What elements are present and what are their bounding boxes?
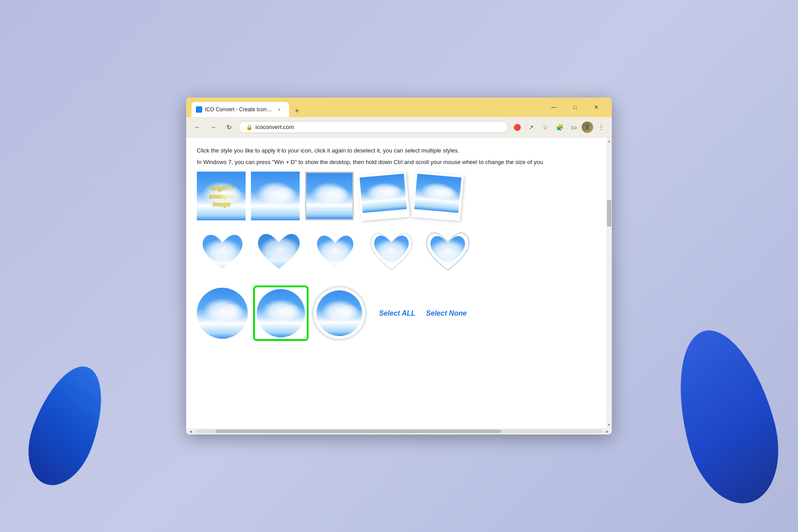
bookmark-button[interactable]: ☆ (539, 121, 552, 133)
win11-decoration-left (16, 357, 117, 495)
sidebar-button[interactable]: ▭ (567, 121, 580, 133)
desktop: 🌐 ICO Convert - Create Icons From × + — … (0, 0, 798, 532)
instruction-line-2: In Windows 7, you can press "Win + D" to… (197, 158, 601, 167)
scroll-thumb[interactable] (607, 200, 611, 227)
icon-polaroid-1[interactable] (357, 171, 410, 221)
icon-plain-square[interactable] (251, 172, 300, 220)
extensions-button[interactable]: 🧩 (553, 121, 566, 133)
tab-favicon: 🌐 (196, 106, 202, 113)
scroll-up-arrow[interactable]: ▲ (606, 137, 612, 145)
tab-close-button[interactable]: × (276, 106, 283, 113)
select-buttons: Select ALL Select None (379, 309, 467, 317)
scroll-left-arrow[interactable]: ◀ (187, 429, 194, 434)
icon-row-2 (197, 227, 601, 278)
icon-circle-selected[interactable] (253, 286, 309, 341)
select-none-button[interactable]: Select None (426, 309, 467, 317)
back-button[interactable]: ← (191, 121, 204, 134)
scroll-right-arrow[interactable]: ▶ (604, 429, 611, 434)
translate-button[interactable]: 🔴 (511, 121, 523, 133)
profile-avatar[interactable]: 👤 (582, 121, 593, 133)
url-text: icoconvert.com (255, 124, 294, 130)
tab-title: ICO Convert - Create Icons From (205, 106, 273, 113)
icon-circle-sticker[interactable] (314, 288, 365, 339)
original-label-text: originalexampleimage (209, 184, 234, 208)
circle-selected-inner (257, 289, 305, 337)
new-tab-button[interactable]: + (291, 105, 303, 117)
close-button[interactable]: ✕ (586, 100, 606, 114)
window-controls: — □ ✕ (544, 100, 606, 114)
icon-row-3: Select ALL Select None (197, 286, 601, 341)
h-scroll-thumb[interactable] (215, 430, 501, 433)
icon-bordered-square[interactable] (305, 172, 354, 220)
forward-button[interactable]: → (207, 121, 220, 134)
icon-circle-plain[interactable] (197, 288, 248, 339)
lock-icon: 🔒 (246, 124, 253, 130)
icon-polaroid-2[interactable] (411, 171, 464, 221)
vertical-scrollbar[interactable]: ▲ ▼ (606, 137, 612, 428)
icon-heart-1[interactable] (197, 227, 248, 278)
select-all-button[interactable]: Select ALL (379, 309, 415, 317)
title-bar: 🌐 ICO Convert - Create Icons From × + — … (186, 98, 612, 117)
win11-decoration-right (661, 320, 793, 514)
original-example-image[interactable]: originalexampleimage (197, 172, 246, 220)
active-tab[interactable]: 🌐 ICO Convert - Create Icons From × (192, 102, 289, 117)
icon-heart-2[interactable] (253, 227, 304, 278)
maximize-button[interactable]: □ (565, 100, 585, 114)
tab-area: 🌐 ICO Convert - Create Icons From × + (192, 98, 544, 117)
share-button[interactable]: ↗ (525, 121, 537, 133)
address-bar: ← → ↻ 🔒 icoconvert.com 🔴 ↗ ☆ 🧩 ▭ 👤 ⋮ (186, 117, 612, 137)
h-scroll-track[interactable] (195, 430, 603, 433)
instruction-line-1: Click the style you like to apply it to … (197, 146, 601, 155)
page-content: Click the style you like to apply it to … (186, 137, 612, 428)
icon-heart-4[interactable] (366, 227, 417, 278)
url-bar[interactable]: 🔒 icoconvert.com (239, 121, 508, 133)
scroll-track[interactable] (606, 145, 612, 421)
icon-row-1: originalexampleimage (197, 172, 601, 220)
icon-heart-3[interactable] (309, 227, 360, 278)
scroll-down-arrow[interactable]: ▼ (606, 421, 612, 428)
refresh-button[interactable]: ↻ (223, 121, 236, 134)
minimize-button[interactable]: — (544, 100, 564, 114)
icon-heart-5[interactable] (422, 227, 473, 278)
horizontal-scrollbar[interactable]: ◀ ▶ (186, 428, 612, 434)
menu-button[interactable]: ⋮ (595, 121, 607, 133)
toolbar-icons: 🔴 ↗ ☆ 🧩 ▭ 👤 ⋮ (511, 121, 607, 133)
browser-window: 🌐 ICO Convert - Create Icons From × + — … (186, 98, 612, 434)
icon-grid: originalexampleimage (197, 172, 601, 341)
